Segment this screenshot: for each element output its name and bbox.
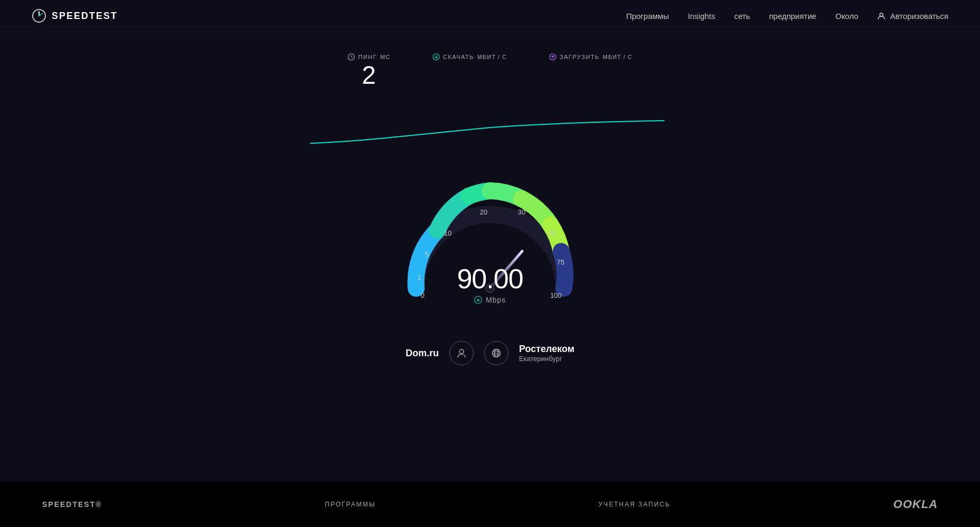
footer: SPEEDTEST® ПРОГРАММЫ УЧЕТНАЯ ЗАПИСЬ OOKL… [0, 482, 980, 527]
ping-label-row: ПИНГ мс [348, 53, 390, 61]
user-profile-icon[interactable] [449, 341, 474, 365]
speed-unit-label: Mbps [486, 296, 506, 304]
graph-area [305, 104, 675, 151]
speed-unit-row: Mbps [457, 296, 523, 304]
svg-text:75: 75 [557, 258, 564, 266]
footer-logo: SPEEDTEST® [42, 500, 102, 509]
speed-display: 90.00 Mbps [457, 263, 523, 304]
nav-network[interactable]: сеть [734, 12, 750, 21]
server-name: Ростелеком [519, 344, 574, 355]
speed-graph [305, 104, 675, 151]
server-location: Екатеринбург [519, 355, 574, 363]
main-nav: Программы Insights сеть предприятие Окол… [626, 12, 948, 21]
upload-stat: ЗАГРУЗИТЬ Мбит / с [549, 53, 632, 63]
nav-programs[interactable]: Программы [626, 12, 669, 21]
header: SPEEDTEST Программы Insights сеть предпр… [0, 0, 980, 32]
ookla-logo: OOKLA [893, 497, 938, 511]
speedtest-logo-icon [32, 8, 46, 23]
download-stat: СКАЧАТЬ Мбит / с [433, 53, 507, 63]
ping-stat: ПИНГ мс 2 [348, 53, 390, 88]
footer-account[interactable]: УЧЕТНАЯ ЗАПИСЬ [599, 501, 671, 508]
footer-programs[interactable]: ПРОГРАММЫ [325, 501, 376, 508]
svg-text:50: 50 [549, 229, 556, 237]
nav-auth[interactable]: Авторизоваться [877, 12, 948, 21]
ping-value: 2 [362, 63, 376, 88]
user-icon [877, 12, 886, 20]
auth-label: Авторизоваться [890, 12, 948, 21]
globe-icon-button[interactable] [484, 341, 508, 365]
provider-row: Dom.ru Ростелеком Екатеринбург [406, 341, 574, 365]
svg-text:0: 0 [420, 291, 424, 299]
ping-icon [348, 53, 355, 61]
speed-value: 90.00 [457, 263, 523, 295]
svg-text:10: 10 [444, 229, 451, 237]
main-content: ПИНГ мс 2 СКАЧАТЬ Мбит / с ЗАГРУ [0, 32, 980, 482]
svg-text:30: 30 [518, 208, 525, 216]
isp-name: Dom.ru [406, 348, 439, 359]
svg-text:5: 5 [425, 250, 428, 258]
download-small-icon [474, 296, 483, 304]
user-avatar-icon [456, 348, 467, 358]
download-icon [433, 53, 440, 61]
nav-about[interactable]: Около [835, 12, 859, 21]
nav-enterprise[interactable]: предприятие [769, 12, 816, 21]
globe-icon [491, 348, 502, 358]
upload-icon [549, 53, 556, 61]
upload-label-row: ЗАГРУЗИТЬ Мбит / с [549, 53, 632, 61]
svg-text:100: 100 [550, 291, 562, 299]
svg-point-1 [880, 13, 883, 16]
download-label-row: СКАЧАТЬ Мбит / с [433, 53, 507, 61]
server-info: Ростелеком Екатеринбург [519, 344, 574, 363]
svg-text:20: 20 [480, 208, 487, 216]
stats-bar: ПИНГ мс 2 СКАЧАТЬ Мбит / с ЗАГРУ [348, 53, 632, 88]
logo-area: SPEEDTEST [32, 8, 118, 23]
svg-text:1: 1 [417, 274, 421, 281]
speedometer-container: 0 1 5 10 20 30 50 75 100 [395, 162, 585, 320]
nav-insights[interactable]: Insights [688, 12, 715, 21]
svg-point-17 [459, 349, 464, 354]
logo-text: SPEEDTEST [52, 11, 118, 22]
